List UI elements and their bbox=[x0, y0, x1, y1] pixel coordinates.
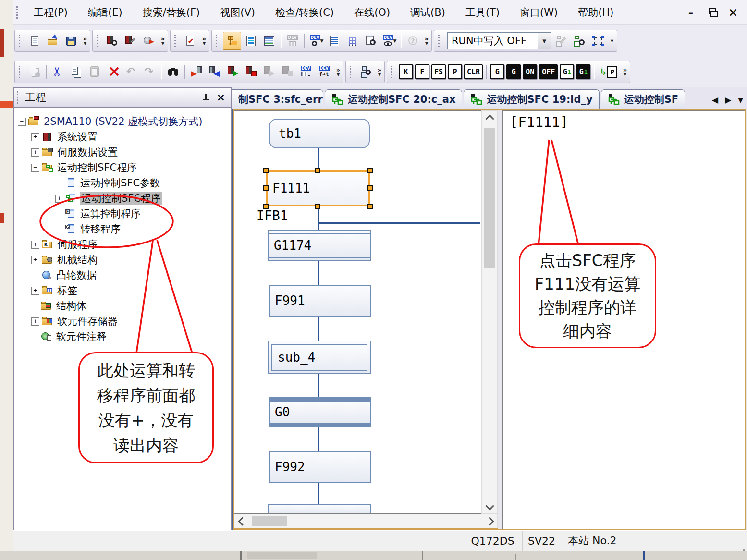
selection-handle[interactable] bbox=[367, 168, 373, 173]
menu-item-4[interactable]: 视图(V) bbox=[210, 2, 265, 23]
cut-button[interactable] bbox=[49, 63, 67, 81]
device-search-button[interactable]: ▼ bbox=[307, 32, 325, 49]
program-list-button[interactable] bbox=[326, 32, 343, 49]
symbol-g1-solid-button[interactable]: G1 bbox=[576, 64, 590, 79]
expander-minus-icon[interactable]: − bbox=[31, 164, 39, 172]
scroll-left-button[interactable] bbox=[234, 514, 250, 528]
redo-button[interactable] bbox=[141, 63, 158, 81]
selection-handle[interactable] bbox=[263, 168, 269, 173]
monitor-stop-button[interactable] bbox=[243, 63, 260, 81]
toolbar-overflow-button[interactable]: »▼ bbox=[423, 36, 430, 46]
new-project-button[interactable] bbox=[26, 32, 43, 49]
sfc-step-f1111-selected[interactable]: F1111 bbox=[266, 170, 370, 206]
menu-item-1[interactable]: 工程(P) bbox=[24, 2, 78, 23]
symbol-g-solid-button[interactable]: G bbox=[506, 64, 521, 79]
tab-3[interactable]: 运动控制SFC 19:ld_y bbox=[464, 89, 599, 109]
tree-item-13[interactable]: 结构体 bbox=[14, 298, 231, 314]
toolbar-grip[interactable] bbox=[19, 35, 23, 47]
tree-item-9[interactable]: +K伺服程序 bbox=[14, 237, 231, 252]
toolbar-overflow-button[interactable]: »▼ bbox=[81, 36, 89, 46]
scroll-down-button[interactable] bbox=[482, 498, 497, 513]
sfc-subroutine-sub4[interactable]: sub_4 bbox=[268, 341, 371, 374]
paste-special-button[interactable] bbox=[26, 63, 43, 81]
tree-item-1[interactable]: −2SMA110 (SV22 虚模式切换方式) bbox=[14, 114, 231, 129]
save-project-button[interactable] bbox=[62, 32, 80, 49]
symbol-clr-button[interactable]: CLR bbox=[464, 64, 483, 79]
tree-item-11[interactable]: 凸轮数据 bbox=[14, 268, 231, 283]
expander-plus-icon[interactable]: + bbox=[31, 287, 39, 295]
symbol-g-outline-button[interactable]: G bbox=[490, 64, 504, 79]
expander-plus-icon[interactable]: + bbox=[31, 133, 39, 141]
selection-handle[interactable] bbox=[367, 185, 373, 191]
pane-splitter[interactable] bbox=[498, 110, 502, 529]
find-button[interactable] bbox=[164, 63, 182, 81]
tab-scroll-right-button[interactable]: ▶ bbox=[725, 95, 731, 105]
sfc-search-button[interactable] bbox=[571, 32, 588, 49]
tree-item-5[interactable]: 运动控制SFC参数 bbox=[14, 175, 231, 191]
project-structure-button[interactable] bbox=[344, 32, 361, 49]
tab-list-button[interactable]: ▼ bbox=[738, 96, 743, 104]
menu-item-5[interactable]: 检查/转换(C) bbox=[265, 2, 344, 23]
toolbar-grip[interactable] bbox=[216, 35, 220, 47]
toolbar-overflow-button[interactable]: »▼ bbox=[334, 67, 342, 77]
sfc-step-f992[interactable]: F992 bbox=[269, 451, 371, 483]
read-from-plc-button[interactable] bbox=[206, 63, 223, 81]
delete-button[interactable] bbox=[104, 63, 122, 81]
monitor-start-button[interactable] bbox=[224, 63, 242, 81]
panel-grip[interactable] bbox=[17, 91, 21, 104]
sfc-diagram-canvas[interactable]: tb1 F1111 IFB1 G1174 F991 sub_4 G0 bbox=[234, 110, 481, 514]
symbol-k-button[interactable]: K bbox=[399, 64, 413, 79]
copy-button[interactable] bbox=[68, 63, 85, 81]
menu-item-2[interactable]: 编辑(E) bbox=[78, 2, 133, 23]
monitor-resume-button[interactable] bbox=[279, 63, 296, 81]
minimize-button[interactable]: – bbox=[684, 6, 698, 19]
open-project-button[interactable] bbox=[44, 32, 61, 49]
tree-item-6[interactable]: +运动控制SFC程序 bbox=[14, 191, 231, 206]
horizontal-scroll-thumb[interactable] bbox=[252, 516, 287, 526]
selection-handle[interactable] bbox=[315, 204, 320, 209]
selection-handle[interactable] bbox=[367, 204, 373, 209]
tree-item-4[interactable]: −运动控制SFC程序 bbox=[14, 160, 231, 175]
expander-plus-icon[interactable]: + bbox=[31, 148, 39, 157]
menu-item-3[interactable]: 搜索/替换(F) bbox=[133, 2, 210, 23]
sfc-step-f991[interactable]: F991 bbox=[269, 285, 371, 317]
close-icon[interactable]: × bbox=[217, 92, 225, 103]
scroll-up-button[interactable] bbox=[482, 111, 497, 126]
expander-minus-icon[interactable]: − bbox=[18, 118, 26, 126]
toolbar-grip[interactable] bbox=[438, 35, 442, 47]
servo-tool-button[interactable] bbox=[122, 32, 139, 49]
paste-button[interactable] bbox=[86, 63, 103, 81]
program-search-button[interactable] bbox=[362, 32, 380, 49]
sfc-edit-button[interactable] bbox=[553, 32, 570, 49]
selection-handle[interactable] bbox=[263, 185, 269, 191]
toolbar-overflow-button[interactable]: »▼ bbox=[376, 67, 383, 77]
close-button[interactable]: × bbox=[726, 6, 740, 19]
parameter-view-button[interactable] bbox=[260, 32, 278, 49]
expander-plus-icon[interactable]: + bbox=[31, 256, 39, 264]
symbol-jump-p-button[interactable]: ↳P bbox=[598, 64, 619, 79]
tab-4[interactable]: 运动控制SF bbox=[601, 89, 685, 109]
vertical-scrollbar[interactable] bbox=[481, 110, 498, 514]
menu-grip[interactable] bbox=[16, 6, 21, 19]
write-to-plc-button[interactable] bbox=[188, 63, 205, 81]
toolbar-overflow-button[interactable]: »▼ bbox=[621, 67, 629, 77]
expander-plus-icon[interactable]: + bbox=[55, 195, 63, 203]
transfer-setup-button[interactable] bbox=[104, 32, 121, 49]
toolbar-grip[interactable] bbox=[19, 66, 23, 78]
combo-dropdown-button[interactable]: ▼ bbox=[538, 33, 551, 49]
sfc-step-partial[interactable] bbox=[268, 504, 371, 513]
tab-scroll-left-button[interactable]: ◀ bbox=[712, 95, 718, 105]
program-check-button[interactable] bbox=[182, 32, 199, 49]
tree-item-7[interactable]: F运算控制程序 bbox=[14, 206, 231, 221]
symbol-f-button[interactable]: F bbox=[415, 64, 429, 79]
horizontal-scrollbar[interactable] bbox=[234, 514, 498, 528]
toolbar-overflow-button[interactable]: ▼ bbox=[608, 39, 616, 43]
toolbar-overflow-button[interactable]: »▼ bbox=[200, 36, 208, 46]
help-button[interactable] bbox=[404, 32, 421, 49]
symbol-g1-outline-button[interactable]: G1 bbox=[560, 64, 574, 79]
sfc-transition-g0[interactable]: G0 bbox=[269, 397, 371, 427]
tree-item-8[interactable]: G转移程序 bbox=[14, 221, 231, 237]
symbol-on-button[interactable]: ON bbox=[523, 64, 537, 79]
tree-item-15[interactable]: 软元件注释 bbox=[14, 329, 231, 344]
vertical-scroll-thumb[interactable] bbox=[484, 128, 495, 268]
